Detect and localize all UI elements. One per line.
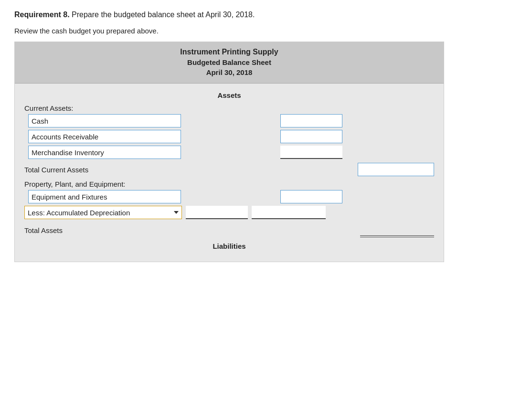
accumulated-depreciation-total-input[interactable]	[252, 206, 326, 219]
total-current-assets-label: Total Current Assets	[24, 166, 355, 174]
ef-label-cell: Equipment and Fixtures	[24, 190, 277, 203]
ef-label-text: Equipment and Fixtures	[32, 193, 107, 201]
ar-label-cell: Accounts Receivable	[24, 130, 277, 143]
cash-label-text: Cash	[32, 117, 48, 125]
total-assets-input[interactable]	[360, 223, 434, 237]
total-assets-row: Total Assets	[24, 223, 434, 237]
balance-sheet: Instrument Printing Supply Budgeted Bala…	[14, 42, 444, 262]
dropdown-arrow-icon	[174, 211, 179, 214]
accounts-receivable-row: Accounts Receivable	[24, 130, 434, 143]
requirement-number: Requirement 8.	[14, 11, 70, 19]
ppe-label: Property, Plant, and Equipment:	[24, 180, 434, 188]
accumulated-depreciation-input[interactable]	[186, 206, 248, 219]
requirement-heading: Requirement 8. Prepare the budgeted bala…	[14, 10, 518, 20]
total-current-assets-input[interactable]	[358, 163, 434, 176]
company-name: Instrument Printing Supply	[20, 48, 439, 56]
cash-label-cell: Cash	[24, 114, 277, 127]
assets-section-title: Assets	[24, 91, 434, 99]
cash-input[interactable]	[280, 114, 342, 127]
cash-label-box: Cash	[28, 114, 181, 127]
requirement-text: Prepare the budgeted balance sheet at Ap…	[70, 11, 255, 19]
sheet-title: Budgeted Balance Sheet	[20, 58, 439, 66]
ar-label-box: Accounts Receivable	[28, 130, 181, 143]
mi-label-text: Merchandise Inventory	[32, 148, 104, 157]
accumulated-depreciation-dropdown[interactable]: Less: Accumulated Depreciation	[24, 206, 182, 219]
accumulated-depreciation-row: Less: Accumulated Depreciation	[24, 206, 434, 219]
ef-label-box: Equipment and Fixtures	[28, 190, 181, 203]
ef-input[interactable]	[280, 190, 342, 203]
cash-row: Cash	[24, 114, 434, 127]
mi-label-cell: Merchandise Inventory	[24, 146, 277, 159]
bs-header: Instrument Printing Supply Budgeted Bala…	[15, 42, 444, 84]
ar-label-text: Accounts Receivable	[32, 133, 98, 141]
equipment-fixtures-row: Equipment and Fixtures	[24, 190, 434, 203]
sheet-date: April 30, 2018	[20, 68, 439, 76]
review-text: Review the cash budget you prepared abov…	[14, 27, 518, 35]
mi-label-box: Merchandise Inventory	[28, 146, 181, 159]
total-assets-label: Total Assets	[24, 226, 357, 234]
merchandise-inventory-row: Merchandise Inventory	[24, 146, 434, 159]
liabilities-section-title: Liabilities	[24, 242, 434, 250]
bs-body: Assets Current Assets: Cash Accounts Rec…	[15, 84, 444, 257]
total-current-assets-row: Total Current Assets	[24, 163, 434, 176]
mi-input[interactable]	[280, 146, 342, 159]
accumulated-depreciation-label: Less: Accumulated Depreciation	[28, 209, 130, 217]
ar-input[interactable]	[280, 130, 342, 143]
current-assets-label: Current Assets:	[24, 104, 434, 112]
